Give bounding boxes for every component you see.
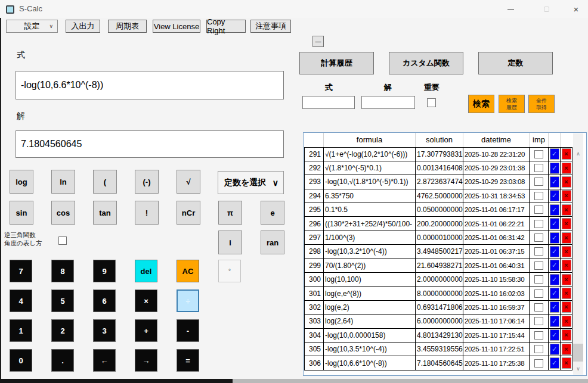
row-check-button[interactable]: ✓ (550, 357, 559, 369)
table-row[interactable]: 292√(1.8*10^(-5)*0.1)0.00134164082025-10… (305, 161, 572, 175)
row-check-button[interactable]: ✓ (550, 204, 559, 216)
header-imp[interactable]: imp (530, 133, 549, 147)
imp-checkbox[interactable] (534, 261, 543, 270)
table-row[interactable]: 300log(10,100)2.00000000002025-11-10 15:… (305, 273, 572, 287)
row-check-button[interactable]: ✓ (550, 329, 559, 341)
table-row[interactable]: 306-log(10,6.6*10^(-8))7.18045606452025-… (305, 356, 572, 370)
key-3[interactable]: 3 (93, 319, 116, 342)
header-datetime[interactable]: datetime (463, 133, 530, 147)
func-button-func-factorial[interactable]: ! (135, 201, 159, 225)
header-formula[interactable]: formula (324, 133, 416, 147)
row-delete-button[interactable]: × (562, 176, 571, 188)
key-dot[interactable]: . (51, 349, 74, 372)
solution-input[interactable] (16, 130, 284, 158)
angle-mode-checkbox[interactable] (58, 236, 67, 245)
settings-dropdown[interactable]: 設定 ∨ (6, 20, 58, 33)
key-9[interactable]: 9 (93, 260, 116, 282)
key-6[interactable]: 6 (93, 289, 116, 312)
func-button-func-ln[interactable]: ln (51, 170, 75, 194)
row-delete-button[interactable]: × (562, 301, 571, 313)
table-row[interactable]: 298-log(10,3.2*10^(-4))3.49485002172025-… (305, 245, 572, 259)
func-button-func-open-paren[interactable]: ( (93, 170, 117, 194)
row-delete-button[interactable]: × (562, 344, 571, 355)
imp-checkbox[interactable] (534, 359, 543, 368)
row-delete-button[interactable]: × (562, 232, 571, 244)
table-row[interactable]: 305-log(10,3.5*10^(-4))3.45593195562025-… (305, 342, 572, 356)
table-row[interactable]: 303log(2,64)6.00000000002025-11-10 17:06… (305, 315, 572, 328)
row-check-button[interactable]: ✓ (550, 176, 559, 188)
imp-checkbox[interactable] (534, 150, 543, 158)
scroll-down-icon[interactable]: ∨ (573, 365, 583, 373)
row-check-button[interactable]: ✓ (550, 218, 559, 229)
imp-checkbox[interactable] (534, 205, 543, 214)
key-0[interactable]: 0 (10, 349, 32, 372)
func-button-func-log[interactable]: log (10, 170, 33, 194)
row-delete-button[interactable]: × (562, 260, 571, 271)
search-button[interactable]: 検索 (468, 95, 494, 113)
key-multiply[interactable]: × (135, 289, 157, 312)
key-5[interactable]: 5 (51, 289, 74, 312)
formula-input[interactable] (16, 71, 284, 99)
table-row[interactable]: 29970/(1.80^(2))21.60493827162025-11-01 … (305, 259, 572, 272)
table-row[interactable]: 2946.35*7504762.500000002025-10-31 18:34… (305, 189, 572, 203)
table-row[interactable]: 296((130*2+31+252/4)*50/100-200.20000000… (305, 217, 572, 231)
key-minus[interactable]: - (177, 319, 199, 342)
const-button-const-random[interactable]: ran (261, 231, 284, 254)
table-row[interactable]: 2950.1*0.50.05000000002025-11-01 06:17:1… (305, 203, 572, 217)
key-del[interactable]: del (135, 260, 157, 282)
key-degree[interactable]: ° (218, 260, 241, 282)
row-check-button[interactable]: ✓ (550, 163, 559, 174)
row-check-button[interactable]: ✓ (550, 190, 559, 201)
imp-checkbox[interactable] (534, 345, 543, 353)
collapse-button[interactable]: — (312, 36, 324, 47)
imp-checkbox[interactable] (534, 164, 543, 172)
imp-checkbox[interactable] (534, 331, 543, 340)
row-check-button[interactable]: ✓ (550, 274, 559, 285)
notes-button[interactable]: 注意事項 (250, 20, 291, 33)
key-4[interactable]: 4 (10, 289, 32, 312)
maximize-button-icon[interactable] (534, 2, 558, 15)
key-arrow-right[interactable]: → (135, 349, 157, 372)
periodic-table-button[interactable]: 周期表 (108, 20, 147, 33)
header-solution[interactable]: solution (416, 133, 463, 147)
table-scrollbar[interactable]: ∧ ∨ (573, 133, 583, 375)
key-ac[interactable]: AC (177, 260, 199, 282)
row-check-button[interactable]: ✓ (550, 246, 559, 257)
row-delete-button[interactable]: × (562, 163, 571, 174)
io-button[interactable]: 入出力 (66, 20, 100, 33)
close-button[interactable]: × (567, 1, 586, 17)
important-checkbox[interactable] (427, 98, 436, 107)
table-row[interactable]: 301log(e,e^(8))8.00000000002025-11-10 16… (305, 287, 572, 300)
key-7[interactable]: 7 (10, 260, 32, 282)
row-check-button[interactable]: ✓ (550, 148, 559, 160)
table-row[interactable]: 304-log(10,0.0000158)4.80134291302025-11… (305, 328, 572, 342)
table-row[interactable]: 2971/100^(3)0.00000100002025-11-01 06:31… (305, 231, 572, 244)
row-delete-button[interactable]: × (562, 204, 571, 216)
imp-checkbox[interactable] (534, 233, 543, 242)
key-1[interactable]: 1 (10, 319, 32, 342)
row-delete-button[interactable]: × (562, 148, 571, 160)
search-solution-input[interactable] (361, 96, 415, 109)
imp-checkbox[interactable] (534, 178, 543, 186)
scrollbar-thumb[interactable] (573, 344, 583, 362)
func-button-func-ncr[interactable]: nCr (177, 201, 200, 225)
key-2[interactable]: 2 (51, 319, 74, 342)
copy-right-button[interactable]: Copy Right (206, 20, 246, 33)
view-license-button[interactable]: View License (153, 20, 200, 33)
row-check-button[interactable]: ✓ (550, 316, 559, 327)
key-arrow-left[interactable]: ← (93, 349, 116, 372)
table-row[interactable]: 302log(e,2)0.69314718062025-11-10 16:59:… (305, 300, 572, 314)
table-row[interactable]: 293-log(10,√(1.8*10^(-5)*0.1))2.87236374… (305, 175, 572, 189)
row-check-button[interactable]: ✓ (550, 301, 559, 313)
func-button-func-negate[interactable]: (-) (135, 170, 159, 194)
row-delete-button[interactable]: × (562, 190, 571, 201)
imp-checkbox[interactable] (534, 275, 543, 284)
search-history-button[interactable]: 検索 履歴 (499, 95, 525, 113)
imp-checkbox[interactable] (534, 247, 543, 256)
key-plus[interactable]: + (135, 319, 157, 342)
row-delete-button[interactable]: × (562, 218, 571, 229)
key-equals[interactable]: = (177, 349, 199, 372)
row-delete-button[interactable]: × (562, 357, 571, 369)
imp-checkbox[interactable] (534, 317, 543, 325)
const-button-const-e[interactable]: e (261, 201, 284, 225)
